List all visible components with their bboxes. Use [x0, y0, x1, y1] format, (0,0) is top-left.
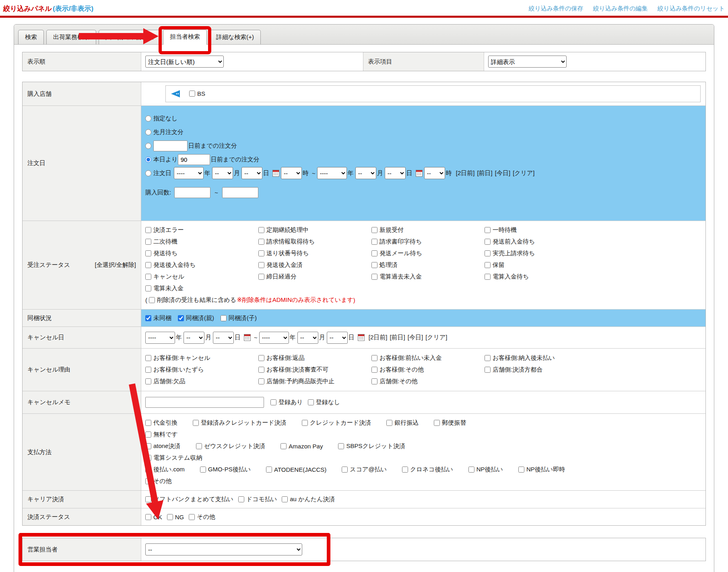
purchase-count-max-input[interactable]	[222, 187, 258, 198]
filter-reset-link[interactable]: 絞り込み条件のリセット	[658, 5, 725, 12]
order-status-checkbox[interactable]	[371, 239, 377, 245]
cancel-reason-checkbox[interactable]	[371, 355, 377, 361]
payment-method-checkbox[interactable]	[145, 443, 151, 449]
payment-method-checkbox[interactable]	[145, 420, 151, 426]
order-status-checkbox[interactable]	[371, 250, 377, 256]
cancel-to-year-select[interactable]: ----	[259, 332, 289, 344]
cancel-reason-checkbox[interactable]	[145, 367, 151, 373]
order-status-checkbox[interactable]	[371, 227, 377, 233]
payment-status-checkbox[interactable]	[167, 514, 173, 520]
payment-status-checkbox[interactable]	[189, 514, 195, 520]
cancel-memo-checkbox[interactable]	[308, 399, 314, 405]
calendar-icon[interactable]	[358, 334, 365, 341]
cancel-memo-checkbox[interactable]	[270, 399, 276, 405]
store-checkbox[interactable]	[189, 91, 195, 97]
order-status-checkbox[interactable]	[145, 285, 151, 291]
order-from-hour-select[interactable]: --	[281, 167, 302, 179]
tab-payment-clearing-search[interactable]: 入金消込業務検索	[99, 30, 161, 44]
calendar-icon[interactable]	[416, 170, 423, 177]
payment-method-checkbox[interactable]	[200, 467, 206, 473]
carrier-payment-checkbox[interactable]	[282, 496, 288, 502]
carrier-payment-checkbox[interactable]	[145, 496, 151, 502]
payment-method-checkbox[interactable]	[302, 420, 308, 426]
order-from-year-select[interactable]: ----	[174, 167, 204, 179]
order-from-month-select[interactable]: --	[212, 167, 233, 179]
order-date-today-radio[interactable]	[145, 157, 151, 163]
order-status-checkbox[interactable]	[145, 250, 151, 256]
order-status-checkbox[interactable]	[258, 262, 264, 268]
order-to-hour-select[interactable]: --	[424, 167, 445, 179]
date-quick-link[interactable]: [クリア]	[513, 169, 534, 176]
order-status-checkbox[interactable]	[485, 274, 491, 280]
order-date-range-radio[interactable]	[145, 170, 151, 176]
date-quick-link[interactable]: [前日]	[477, 169, 492, 176]
store-collapse-icon[interactable]	[171, 90, 180, 98]
order-status-checkbox[interactable]	[145, 262, 151, 268]
order-to-day-select[interactable]: --	[385, 167, 406, 179]
order-date-days-input[interactable]	[153, 140, 188, 151]
display-order-select[interactable]: 注文日(新しい順)	[145, 56, 224, 68]
filter-save-link[interactable]: 絞り込み条件の保存	[528, 5, 583, 12]
order-status-checkbox[interactable]	[371, 262, 377, 268]
date-quick-link[interactable]: [今日]	[408, 334, 423, 341]
cancel-reason-checkbox[interactable]	[258, 378, 264, 384]
cancel-reason-checkbox[interactable]	[371, 378, 377, 384]
payment-method-checkbox[interactable]	[193, 420, 199, 426]
order-status-checkbox[interactable]	[258, 250, 264, 256]
date-quick-link[interactable]: [今日]	[495, 169, 510, 176]
order-date-days-radio[interactable]	[145, 143, 151, 149]
order-date-today-days-input[interactable]	[178, 154, 210, 165]
date-quick-link[interactable]: [前日]	[390, 334, 405, 341]
order-status-checkbox[interactable]	[258, 227, 264, 233]
include-deleted-checkbox[interactable]	[149, 297, 155, 303]
display-items-select[interactable]: 詳細表示	[488, 56, 567, 68]
payment-method-checkbox[interactable]	[196, 443, 202, 449]
cancel-reason-checkbox[interactable]	[145, 378, 151, 384]
payment-method-checkbox[interactable]	[434, 420, 440, 426]
cancel-to-day-select[interactable]: --	[327, 332, 348, 344]
date-quick-link[interactable]: [クリア]	[425, 334, 447, 341]
tab-detailed-search[interactable]: 詳細な検索(+)	[209, 30, 261, 44]
order-status-checkbox[interactable]	[485, 262, 491, 268]
payment-method-checkbox[interactable]	[386, 420, 392, 426]
payment-method-checkbox[interactable]	[518, 467, 524, 473]
cancel-reason-checkbox[interactable]	[258, 355, 264, 361]
calendar-icon[interactable]	[244, 334, 251, 341]
payment-method-checkbox[interactable]	[145, 455, 151, 461]
cancel-reason-checkbox[interactable]	[485, 367, 491, 373]
payment-method-checkbox[interactable]	[145, 478, 151, 484]
select-all-clear-link[interactable]: [全選択/全解除]	[95, 261, 136, 269]
order-from-day-select[interactable]: --	[241, 167, 262, 179]
payment-method-checkbox[interactable]	[280, 443, 287, 449]
cancel-reason-checkbox[interactable]	[485, 355, 491, 361]
bundle-checkbox[interactable]	[145, 315, 151, 321]
payment-method-checkbox[interactable]	[145, 467, 151, 473]
payment-status-checkbox[interactable]	[145, 514, 151, 520]
payment-method-checkbox[interactable]	[266, 467, 272, 473]
payment-method-checkbox[interactable]	[402, 467, 408, 473]
order-to-year-select[interactable]: ----	[317, 167, 347, 179]
purchase-count-min-input[interactable]	[174, 187, 210, 198]
filter-edit-link[interactable]: 絞り込み条件の編集	[593, 5, 648, 12]
payment-method-checkbox[interactable]	[468, 467, 474, 473]
payment-method-checkbox[interactable]	[145, 432, 151, 438]
cancel-to-month-select[interactable]: --	[297, 332, 318, 344]
cancel-from-year-select[interactable]: ----	[145, 332, 175, 344]
tab-staff-search[interactable]: 担当者検索	[163, 29, 207, 45]
date-quick-link[interactable]: [2日前]	[456, 169, 475, 176]
order-status-checkbox[interactable]	[145, 274, 151, 280]
cancel-from-month-select[interactable]: --	[184, 332, 204, 344]
cancel-reason-checkbox[interactable]	[371, 367, 377, 373]
order-date-none-radio[interactable]	[145, 116, 151, 122]
cancel-memo-input[interactable]	[145, 397, 264, 408]
order-status-checkbox[interactable]	[145, 227, 151, 233]
order-to-month-select[interactable]: --	[355, 167, 376, 179]
order-status-checkbox[interactable]	[258, 274, 264, 280]
order-date-lastmonth-radio[interactable]	[145, 129, 151, 135]
tab-shipping-search[interactable]: 出荷業務検索	[46, 30, 96, 44]
cancel-reason-checkbox[interactable]	[258, 367, 264, 373]
order-status-checkbox[interactable]	[485, 227, 491, 233]
payment-method-checkbox[interactable]	[342, 467, 348, 473]
sales-rep-select[interactable]: --	[145, 543, 302, 555]
bundle-checkbox[interactable]	[221, 315, 227, 321]
